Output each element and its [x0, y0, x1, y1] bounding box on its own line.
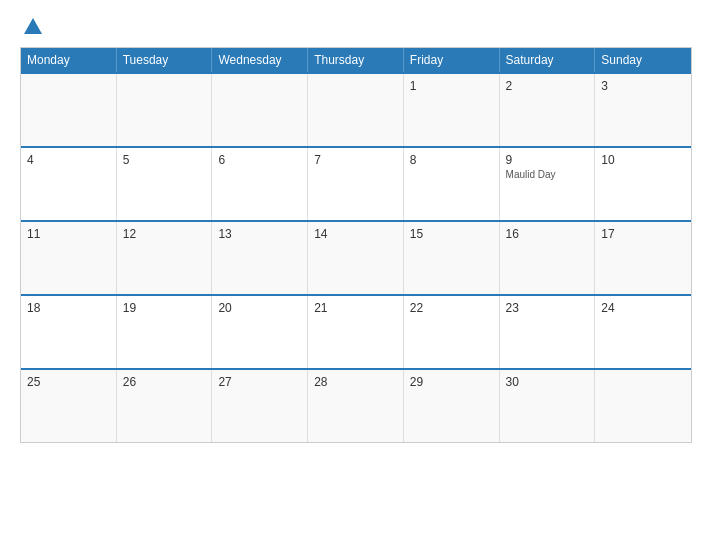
day-number: 12 [123, 227, 206, 241]
day-number: 19 [123, 301, 206, 315]
calendar-week-2: 456789Maulid Day10 [21, 146, 691, 220]
header-cell-thursday: Thursday [308, 48, 404, 72]
calendar-cell: 13 [212, 222, 308, 294]
day-number: 3 [601, 79, 685, 93]
calendar-cell: 9Maulid Day [500, 148, 596, 220]
day-number: 13 [218, 227, 301, 241]
day-number: 15 [410, 227, 493, 241]
calendar-cell: 5 [117, 148, 213, 220]
calendar-cell: 21 [308, 296, 404, 368]
header-cell-friday: Friday [404, 48, 500, 72]
calendar-week-5: 252627282930 [21, 368, 691, 442]
calendar-header-row: MondayTuesdayWednesdayThursdayFridaySatu… [21, 48, 691, 72]
day-number: 6 [218, 153, 301, 167]
day-number: 10 [601, 153, 685, 167]
day-number: 11 [27, 227, 110, 241]
calendar-page: MondayTuesdayWednesdayThursdayFridaySatu… [0, 0, 712, 550]
calendar-cell: 8 [404, 148, 500, 220]
calendar-cell: 2 [500, 74, 596, 146]
day-number: 18 [27, 301, 110, 315]
calendar-cell: 30 [500, 370, 596, 442]
calendar-cell: 7 [308, 148, 404, 220]
holiday-label: Maulid Day [506, 169, 589, 180]
day-number: 24 [601, 301, 685, 315]
day-number: 1 [410, 79, 493, 93]
day-number: 21 [314, 301, 397, 315]
day-number: 5 [123, 153, 206, 167]
calendar-cell: 26 [117, 370, 213, 442]
day-number: 14 [314, 227, 397, 241]
calendar-cell: 11 [21, 222, 117, 294]
day-number: 25 [27, 375, 110, 389]
day-number: 7 [314, 153, 397, 167]
calendar-cell: 6 [212, 148, 308, 220]
calendar-cell: 27 [212, 370, 308, 442]
calendar-cell: 14 [308, 222, 404, 294]
header-cell-saturday: Saturday [500, 48, 596, 72]
header-cell-wednesday: Wednesday [212, 48, 308, 72]
header-cell-sunday: Sunday [595, 48, 691, 72]
calendar-cell: 10 [595, 148, 691, 220]
logo [20, 15, 44, 37]
day-number: 2 [506, 79, 589, 93]
calendar-cell: 19 [117, 296, 213, 368]
day-number: 9 [506, 153, 589, 167]
calendar-cell: 12 [117, 222, 213, 294]
header-cell-monday: Monday [21, 48, 117, 72]
day-number: 29 [410, 375, 493, 389]
calendar-cell: 24 [595, 296, 691, 368]
calendar-cell: 29 [404, 370, 500, 442]
calendar-cell: 17 [595, 222, 691, 294]
day-number: 23 [506, 301, 589, 315]
calendar-cell: 4 [21, 148, 117, 220]
day-number: 22 [410, 301, 493, 315]
day-number: 26 [123, 375, 206, 389]
calendar-cell [117, 74, 213, 146]
svg-marker-0 [24, 18, 42, 34]
calendar-cell: 16 [500, 222, 596, 294]
calendar-cell: 15 [404, 222, 500, 294]
day-number: 8 [410, 153, 493, 167]
day-number: 16 [506, 227, 589, 241]
header-cell-tuesday: Tuesday [117, 48, 213, 72]
calendar-cell: 22 [404, 296, 500, 368]
calendar-cell: 3 [595, 74, 691, 146]
calendar-cell: 20 [212, 296, 308, 368]
day-number: 27 [218, 375, 301, 389]
calendar-week-1: 123 [21, 72, 691, 146]
logo-icon [22, 15, 44, 37]
calendar-cell: 28 [308, 370, 404, 442]
day-number: 17 [601, 227, 685, 241]
day-number: 30 [506, 375, 589, 389]
page-header [20, 15, 692, 37]
calendar-cell [595, 370, 691, 442]
calendar-cell [212, 74, 308, 146]
calendar-cell [21, 74, 117, 146]
day-number: 20 [218, 301, 301, 315]
calendar-week-3: 11121314151617 [21, 220, 691, 294]
calendar-cell [308, 74, 404, 146]
calendar-cell: 18 [21, 296, 117, 368]
calendar-grid: MondayTuesdayWednesdayThursdayFridaySatu… [20, 47, 692, 443]
day-number: 4 [27, 153, 110, 167]
calendar-cell: 1 [404, 74, 500, 146]
calendar-cell: 25 [21, 370, 117, 442]
calendar-week-4: 18192021222324 [21, 294, 691, 368]
day-number: 28 [314, 375, 397, 389]
calendar-cell: 23 [500, 296, 596, 368]
